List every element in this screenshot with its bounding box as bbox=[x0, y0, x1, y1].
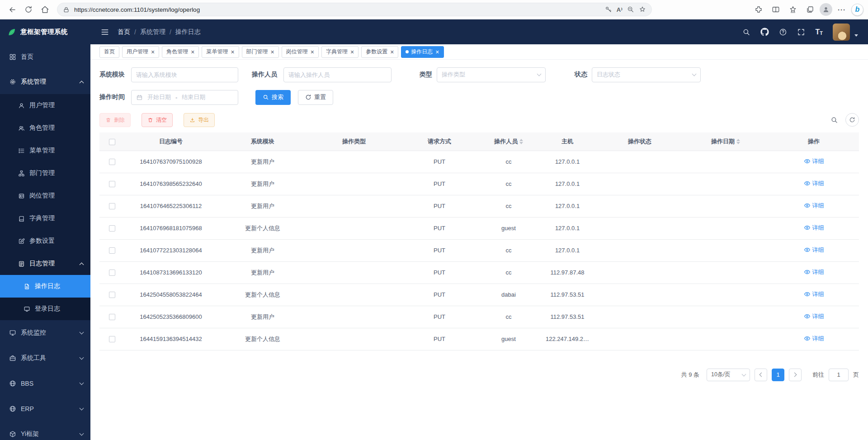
extensions-icon[interactable] bbox=[751, 2, 766, 17]
tab-1[interactable]: 用户管理× bbox=[122, 46, 159, 58]
sort-icon[interactable] bbox=[519, 139, 523, 144]
fullscreen-icon[interactable] bbox=[797, 28, 805, 36]
row-checkbox[interactable] bbox=[109, 203, 115, 209]
row-checkbox[interactable] bbox=[109, 336, 115, 342]
sort-icon[interactable] bbox=[736, 139, 740, 144]
sidebar-item-erp[interactable]: ERP bbox=[0, 396, 90, 421]
sidebar-item-tools[interactable]: 系统工具 bbox=[0, 345, 90, 371]
sidebar-item-bbs[interactable]: BBS bbox=[0, 371, 90, 396]
reset-button[interactable]: 重置 bbox=[298, 90, 333, 105]
collections-icon[interactable] bbox=[802, 2, 818, 17]
delete-button[interactable]: 删除 bbox=[99, 113, 131, 127]
breadcrumb-system[interactable]: 系统管理 bbox=[140, 28, 165, 36]
detail-link[interactable]: 详细 bbox=[804, 335, 824, 343]
tab-close-icon[interactable]: × bbox=[435, 49, 439, 55]
row-checkbox[interactable] bbox=[109, 314, 115, 320]
tab-close-icon[interactable]: × bbox=[231, 49, 234, 55]
sidebar-item-operlog[interactable]: 操作日志 bbox=[0, 275, 90, 298]
browser-home-button[interactable] bbox=[37, 2, 52, 17]
address-bar[interactable]: https://ccnetcore.com:1101/system/log/op… bbox=[57, 3, 652, 16]
row-checkbox[interactable] bbox=[109, 270, 115, 276]
breadcrumb-home[interactable]: 首页 bbox=[118, 28, 130, 36]
add-favorite-icon[interactable] bbox=[639, 6, 646, 13]
current-page-button[interactable]: 1 bbox=[772, 369, 784, 381]
tab-close-icon[interactable]: × bbox=[271, 49, 274, 55]
sidebar-item-label: 角色管理 bbox=[29, 124, 55, 132]
tab-7[interactable]: 参数设置× bbox=[361, 46, 398, 58]
sidebar-item-role[interactable]: 角色管理 bbox=[0, 117, 90, 139]
tab-4[interactable]: 部门管理× bbox=[242, 46, 279, 58]
detail-link[interactable]: 详细 bbox=[804, 268, 824, 276]
sidebar-item-dept[interactable]: 部门管理 bbox=[0, 162, 90, 185]
row-checkbox[interactable] bbox=[109, 159, 115, 165]
row-checkbox[interactable] bbox=[109, 181, 115, 187]
refresh-table-icon[interactable] bbox=[845, 113, 859, 127]
sidebar-item-post[interactable]: 岗位管理 bbox=[0, 185, 90, 207]
url-text[interactable]: https://ccnetcore.com:1101/system/log/op… bbox=[74, 6, 600, 13]
sidebar-item-param[interactable]: 参数设置 bbox=[0, 230, 90, 252]
tab-close-icon[interactable]: × bbox=[191, 49, 194, 55]
menu-collapse-icon[interactable] bbox=[100, 28, 109, 37]
help-icon[interactable] bbox=[779, 28, 787, 36]
favorites-icon[interactable] bbox=[785, 2, 801, 17]
search-button[interactable]: 搜索 bbox=[255, 90, 291, 105]
tab-2[interactable]: 角色管理× bbox=[162, 46, 199, 58]
sidebar-item-yi[interactable]: Yi框架 bbox=[0, 421, 90, 440]
sidebar-item-home[interactable]: 首页 bbox=[0, 44, 90, 69]
detail-link[interactable]: 详细 bbox=[804, 157, 824, 166]
detail-link[interactable]: 详细 bbox=[804, 290, 824, 298]
row-checkbox[interactable] bbox=[109, 292, 115, 298]
tab-0[interactable]: 首页 bbox=[99, 46, 119, 58]
tab-close-icon[interactable]: × bbox=[311, 49, 314, 55]
tab-8[interactable]: 操作日志× bbox=[401, 46, 443, 58]
password-key-icon[interactable] bbox=[605, 6, 612, 13]
browser-profile-avatar[interactable] bbox=[820, 3, 832, 16]
module-input[interactable] bbox=[131, 67, 238, 82]
font-size-icon[interactable]: TT bbox=[815, 28, 823, 36]
sidebar-item-monitor[interactable]: 系统监控 bbox=[0, 320, 90, 345]
zoom-out-icon[interactable] bbox=[627, 6, 634, 13]
avatar-caret-icon[interactable] bbox=[854, 34, 858, 37]
status-select[interactable]: 日志状态 bbox=[592, 67, 701, 82]
sidebar-item-loginlog[interactable]: 登录日志 bbox=[0, 298, 90, 320]
sidebar-item-user[interactable]: 用户管理 bbox=[0, 94, 90, 117]
tab-close-icon[interactable]: × bbox=[151, 49, 155, 55]
detail-link[interactable]: 详细 bbox=[804, 246, 824, 254]
browser-menu-icon[interactable]: ··· bbox=[834, 2, 849, 17]
detail-link[interactable]: 详细 bbox=[804, 312, 824, 321]
bing-icon[interactable]: b bbox=[851, 4, 863, 16]
detail-link[interactable]: 详细 bbox=[804, 180, 824, 188]
github-icon[interactable] bbox=[760, 28, 769, 36]
page-size-select[interactable]: 10条/页 bbox=[707, 369, 750, 381]
goto-page-input[interactable] bbox=[829, 369, 849, 381]
detail-link[interactable]: 详细 bbox=[804, 224, 824, 232]
select-all-checkbox[interactable] bbox=[109, 139, 115, 145]
tab-6[interactable]: 字典管理× bbox=[321, 46, 359, 58]
row-checkbox[interactable] bbox=[109, 225, 115, 232]
user-avatar[interactable] bbox=[833, 24, 850, 41]
search-icon[interactable] bbox=[742, 28, 750, 36]
date-range-input[interactable]: 开始日期 - 结束日期 bbox=[131, 90, 238, 105]
detail-link[interactable]: 详细 bbox=[804, 202, 824, 210]
type-select[interactable]: 操作类型 bbox=[437, 67, 546, 82]
tab-3[interactable]: 菜单管理× bbox=[202, 46, 239, 58]
row-checkbox[interactable] bbox=[109, 247, 115, 254]
sidebar-item-system[interactable]: 系统管理 bbox=[0, 69, 90, 94]
prev-page-button[interactable] bbox=[755, 369, 767, 381]
sidebar-item-menu[interactable]: 菜单管理 bbox=[0, 139, 90, 162]
browser-back-button[interactable] bbox=[5, 2, 20, 17]
clear-button[interactable]: 清空 bbox=[142, 113, 173, 127]
tab-close-icon[interactable]: × bbox=[390, 49, 394, 55]
browser-refresh-button[interactable] bbox=[21, 2, 36, 17]
search-toggle-icon[interactable] bbox=[830, 116, 838, 124]
next-page-button[interactable] bbox=[789, 369, 802, 381]
tab-5[interactable]: 岗位管理× bbox=[282, 46, 319, 58]
export-button[interactable]: 导出 bbox=[184, 113, 215, 127]
operator-input[interactable] bbox=[283, 67, 392, 82]
sidebar-item-dict[interactable]: 字典管理 bbox=[0, 207, 90, 230]
read-aloud-icon[interactable]: A⁾ bbox=[617, 6, 623, 13]
cell-module: 更新用户 bbox=[217, 306, 308, 328]
sidebar-item-log[interactable]: 日志管理 bbox=[0, 252, 90, 275]
split-screen-icon[interactable] bbox=[768, 2, 783, 17]
tab-close-icon[interactable]: × bbox=[350, 49, 354, 55]
